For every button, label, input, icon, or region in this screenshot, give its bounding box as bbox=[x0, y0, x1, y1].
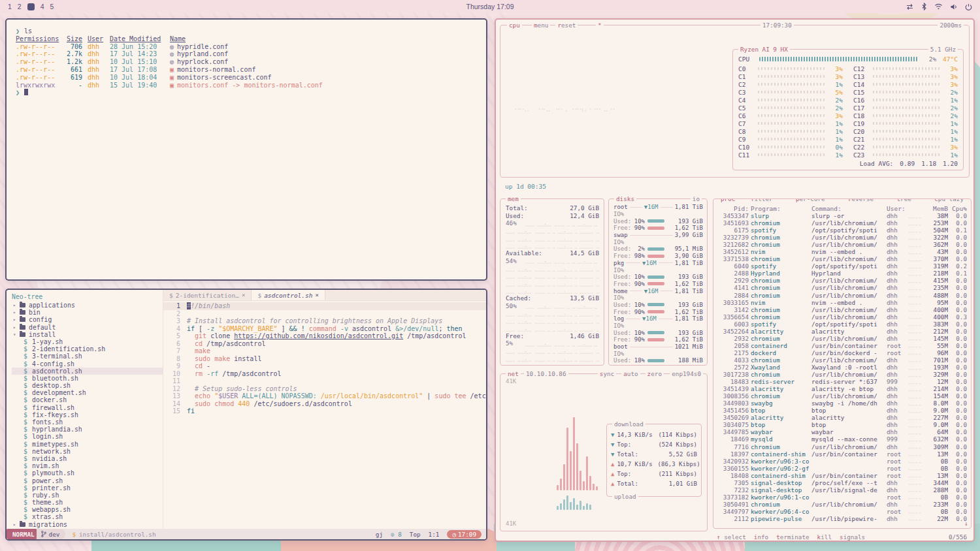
net-interface[interactable]: enp194s0 bbox=[670, 370, 703, 377]
process-row[interactable]: 3356654chromium/usr/lib/chromium/dhh⣀⣀⣀⣀… bbox=[716, 313, 970, 321]
process-row[interactable]: 2112pipewire-pulse/usr/lib/pipewire-dhh⣀… bbox=[716, 515, 970, 522]
tree-item-bin[interactable]: ▸bin bbox=[12, 309, 163, 316]
process-row[interactable]: 3050491chromium/usr/lib/chromium/dhh⣀⣀⣀⣀… bbox=[716, 501, 970, 508]
process-row[interactable]: 3451439alacrittyalacritty -e btopdhh⣀⣀⣀⣀… bbox=[716, 385, 970, 392]
tree-item-printer-sh[interactable]: $printer.sh bbox=[12, 484, 163, 492]
process-row[interactable]: 3371538chromium/usr/lib/chromium/dhh⣀⣀⣀⣀… bbox=[716, 255, 970, 262]
process-row[interactable]: 3034075btopbtopdhh⣀⣀⣀⣀9.0M0.0 bbox=[716, 421, 970, 428]
footer-terminate[interactable]: terminate bbox=[776, 533, 809, 541]
proc-option-filter[interactable]: filter bbox=[749, 198, 775, 202]
proc-option-cpu-lazy[interactable]: cpu lazy bbox=[932, 198, 966, 202]
footer-info[interactable]: info bbox=[754, 533, 768, 541]
preset-star[interactable]: * bbox=[596, 22, 604, 29]
tree-item-migrations[interactable]: ▸migrations bbox=[12, 521, 163, 528]
process-row[interactable]: 6003spotify/opt/spotify/spotidhh⣀⣀⣀⣀383M… bbox=[716, 321, 970, 328]
tree-item-network-sh[interactable]: $network.sh bbox=[12, 448, 163, 455]
disk-boot[interactable]: boot1021 MiB bbox=[613, 343, 703, 351]
process-row[interactable]: 3017238chromium/usr/lib/chromium/dhh⣀⣀⣀⣀… bbox=[716, 371, 970, 378]
footer-kill[interactable]: kill bbox=[817, 533, 832, 541]
power-icon[interactable] bbox=[965, 3, 972, 10]
process-row[interactable]: 2929chromium/usr/lib/chromium/dhh⣀⣀⣀⣀415… bbox=[716, 277, 970, 284]
btop-tab-reset[interactable]: reset bbox=[555, 22, 578, 29]
process-row[interactable]: 2932chromium/usr/lib/chromium/dhh⣀⣀⣀⣀145… bbox=[716, 335, 970, 342]
tree-item-fix-fkeys-sh[interactable]: $fix-fkeys.sh bbox=[12, 411, 163, 418]
process-row[interactable]: 18483redis-serverredis-server *:637999⣀⣀… bbox=[716, 378, 970, 385]
swap-icon[interactable] bbox=[906, 3, 914, 10]
process-row[interactable]: 3142chromium/usr/lib/chromium/dhh⣀⣀⣀⣀400… bbox=[716, 306, 970, 313]
close-icon[interactable]: × bbox=[242, 292, 245, 298]
process-row[interactable]: 7305signal-desktop/proc/self/exe --tdhh⣀… bbox=[716, 479, 970, 486]
process-row[interactable]: 6040spotify/opt/spotify/spotidhh⣀⣀⣀⣀319M… bbox=[716, 262, 970, 270]
process-row[interactable]: 2058containerd/usr/bin/containerroot⣀⣀⣀⣀… bbox=[716, 342, 970, 349]
tree-item-nvidia-sh[interactable]: $nvidia.sh bbox=[12, 455, 163, 462]
volume-icon[interactable] bbox=[950, 3, 958, 10]
tree-item-4-config-sh[interactable]: $4-config.sh bbox=[12, 360, 163, 368]
process-row[interactable]: 3360155kworker/u96:2-gfroot⣀⣀⣀⣀0B0.0 bbox=[716, 465, 970, 472]
tree-item-3-terminal-sh[interactable]: $3-terminal.sh bbox=[12, 353, 163, 360]
io-toggle[interactable]: io bbox=[691, 195, 702, 202]
code-area[interactable]: 1#!/bin/bash23# Install asdcontrol for c… bbox=[163, 301, 486, 415]
process-row[interactable]: 7716chromium/usr/lib/chromium/dhh⣀⣀⣀⣀309… bbox=[716, 443, 970, 450]
tree-item-default[interactable]: ▸default bbox=[12, 324, 163, 331]
tree-item-docker-sh[interactable]: $docker.sh bbox=[12, 396, 163, 403]
workspace-2[interactable]: 2 bbox=[18, 3, 22, 10]
process-row[interactable]: 3033165nvimnvim --embed .dhh⣀⣀⣀⣀95M0.0 bbox=[716, 299, 970, 306]
tab-2-identification[interactable]: $ 2-identification… × bbox=[163, 290, 252, 300]
process-row[interactable]: 18469mysqldmysqld --max-conne999⣀⣀⣀⣀632M… bbox=[716, 435, 970, 443]
tree-item-install[interactable]: ▾install bbox=[12, 331, 163, 338]
tree-item-config[interactable]: ▸config bbox=[12, 316, 163, 323]
process-row[interactable]: 3008356chromium/usr/lib/chromium/dhh⣀⣀⣀⣀… bbox=[716, 392, 970, 400]
tree-item-webapps-sh[interactable]: $webapps.sh bbox=[12, 506, 163, 513]
tree-item-xtras-sh[interactable]: $xtras.sh bbox=[12, 513, 163, 520]
tree-item-development-sh[interactable]: $development.sh bbox=[12, 389, 163, 396]
workspace-3[interactable] bbox=[27, 3, 35, 10]
tree-item-bluetooth-sh[interactable]: $bluetooth.sh bbox=[12, 375, 163, 382]
close-icon[interactable]: × bbox=[315, 292, 318, 298]
tree-item-asdcontrol-sh[interactable]: $asdcontrol.sh bbox=[12, 368, 163, 375]
process-row[interactable]: 2884chromium/usr/lib/chromium/dhh⣀⣀⣀⣀488… bbox=[716, 292, 970, 299]
process-row[interactable]: 18408containerd-shim/usr/bin/containerro… bbox=[716, 472, 970, 479]
tree-item-fonts-sh[interactable]: $fonts.sh bbox=[12, 418, 163, 426]
disk-log[interactable]: log▼16M1,81 TiB bbox=[613, 315, 703, 323]
tree-item-mimetypes-sh[interactable]: $mimetypes.sh bbox=[12, 441, 163, 448]
process-row[interactable]: 3450269alacrittyalacrittydhh⣀⣀⣀⣀227M0.0 bbox=[716, 414, 970, 421]
tree-item-applications[interactable]: ▸applications bbox=[12, 302, 163, 309]
net-toggle-zero[interactable]: zero bbox=[645, 370, 664, 377]
btop-tab-menu[interactable]: menu bbox=[532, 22, 550, 29]
tree-item-desktop-sh[interactable]: $desktop.sh bbox=[12, 382, 163, 389]
select-hint[interactable]: ↑ select bbox=[717, 533, 746, 541]
tree-item-1-yay-sh[interactable]: $1-yay.sh bbox=[12, 338, 163, 345]
disk-pkg[interactable]: pkg▼16M1,81 TiB bbox=[613, 260, 703, 267]
process-row[interactable]: 2175dockerd/usr/bin/dockerd -root⣀⣀⣀⣀96M… bbox=[716, 349, 970, 356]
cpu-box-title[interactable]: cpu bbox=[507, 22, 522, 29]
net-toggle-auto[interactable]: auto bbox=[621, 370, 640, 377]
process-row[interactable]: 3452264alacrittyalacrittydhh⣀⣀⣀⣀212M0.0 bbox=[716, 328, 970, 335]
process-row[interactable]: 3212682chromium/usr/lib/chromium/dhh⣀⣀⣀⣀… bbox=[716, 241, 970, 248]
process-row[interactable]: 3451456btopbtopdhh⣀⣀⣀⣀9.0M0.0 bbox=[716, 407, 970, 414]
net-toggle-sync[interactable]: sync bbox=[598, 370, 616, 377]
tab-asdcontrol[interactable]: $ asdcontrol.sh × bbox=[252, 290, 325, 300]
process-row[interactable]: 7232signal-desktop/usr/lib/signal-dedhh⣀… bbox=[716, 486, 970, 494]
proc-option-reverse[interactable]: reverse bbox=[846, 198, 875, 202]
bluetooth-icon[interactable] bbox=[921, 3, 927, 10]
process-row[interactable]: 3373182kworker/u96:1-coroot⣀⣀⣀⣀0B0.0 bbox=[716, 494, 970, 501]
tree-item-login-sh[interactable]: $login.sh bbox=[12, 433, 163, 440]
process-row[interactable]: 3232739chromium/usr/lib/chromium/dhh⣀⣀⣀⣀… bbox=[716, 234, 970, 241]
disk-home[interactable]: home▼16M1,81 TiB bbox=[613, 287, 703, 294]
wifi-icon[interactable] bbox=[934, 3, 943, 10]
tree-item-theme-sh[interactable]: $theme.sh bbox=[12, 499, 163, 506]
workspace-1[interactable]: 1 bbox=[8, 3, 12, 10]
process-row[interactable]: 3449785waybarwaybardhh⣀⣀⣀⣀64M0.0 bbox=[716, 428, 970, 435]
tree-item-nvim-sh[interactable]: $nvim.sh bbox=[12, 462, 163, 469]
tree-item-plymouth-sh[interactable]: $plymouth.sh bbox=[12, 469, 163, 477]
proc-option-tree[interactable]: tree bbox=[895, 198, 913, 202]
scroll-down-icon[interactable]: ↓ bbox=[964, 520, 968, 527]
process-row[interactable]: 3449797kworker/u96:4-coroot⣀⣀⣀⣀0B0.0 bbox=[716, 508, 970, 515]
footer-signals[interactable]: signals bbox=[840, 533, 865, 541]
workspace-5[interactable]: 5 bbox=[50, 3, 54, 10]
refresh-interval[interactable]: 2000ms bbox=[938, 22, 964, 29]
disk-root[interactable]: root▼16M1,81 TiB bbox=[613, 204, 703, 211]
process-row[interactable]: 3452612nvimnvim --embed .dhh⣀⣀⣀⣀43M0.0 bbox=[716, 248, 970, 255]
tree-item-power-sh[interactable]: $power.sh bbox=[12, 477, 163, 484]
workspace-4[interactable]: 4 bbox=[41, 3, 44, 10]
